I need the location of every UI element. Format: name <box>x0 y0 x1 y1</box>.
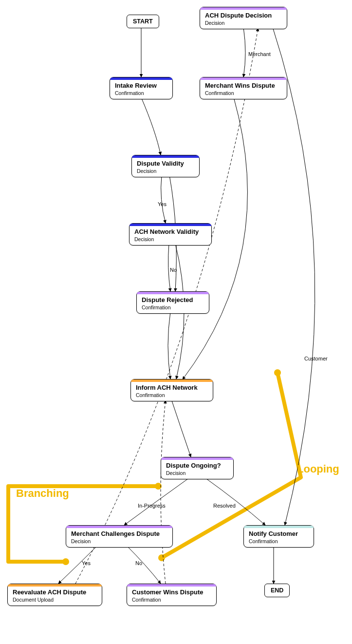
edge-label-inprog: In-Progress <box>138 503 166 509</box>
node-subtitle: Confirmation <box>115 90 167 96</box>
edge-merch-reeval <box>58 546 97 584</box>
node-notify: Notify Customer Confirmation <box>243 525 314 548</box>
node-subtitle: Document Upload <box>13 597 97 603</box>
edge-custwins-inform <box>161 400 166 584</box>
node-end: END <box>264 584 290 597</box>
edge-ongoing-merch <box>124 477 190 525</box>
annotation-looping: Looping <box>297 463 339 475</box>
node-title: Merchant Wins Dispute <box>205 82 282 89</box>
annotation-branching: Branching <box>16 487 69 500</box>
node-title: Merchant Challenges Dispute <box>71 530 167 537</box>
node-merch-wins: Merchant Wins Dispute Confirmation <box>200 77 287 99</box>
svg-point-3 <box>158 554 165 561</box>
node-start-label: START <box>133 18 153 25</box>
node-intake: Intake Review Confirmation <box>110 77 173 99</box>
edge-label-no2: No <box>135 560 142 566</box>
node-merch-challenges: Merchant Challenges Dispute Decision <box>66 525 173 548</box>
svg-point-1 <box>62 558 69 565</box>
node-validity: Dispute Validity Decision <box>131 155 200 177</box>
edge-validity-achvalidity <box>161 175 166 223</box>
edge-achdec-notify <box>273 27 315 525</box>
edge-label-customer: Customer <box>304 356 328 361</box>
edge-rejected-inform <box>168 312 170 379</box>
node-subtitle: Confirmation <box>132 597 211 603</box>
edge-label-yes1: Yes <box>158 201 167 207</box>
node-ach-decision: ACH Dispute Decision Decision <box>200 7 287 29</box>
node-title: Dispute Validity <box>137 160 194 167</box>
flowchart-canvas: START ACH Dispute Decision Decision Inta… <box>0 0 352 644</box>
edge-inform-ongoing <box>171 399 191 457</box>
svg-point-0 <box>155 483 162 490</box>
node-subtitle: Confirmation <box>142 304 204 310</box>
node-ach-validity: ACH Network Validity Decision <box>129 223 212 246</box>
node-title: Intake Review <box>115 82 167 89</box>
node-rejected: Dispute Rejected Confirmation <box>136 291 209 314</box>
node-start: START <box>127 15 159 28</box>
node-subtitle: Confirmation <box>205 90 282 96</box>
node-title: ACH Network Validity <box>134 228 206 235</box>
node-subtitle: Decision <box>137 168 194 174</box>
node-subtitle: Decision <box>134 236 206 242</box>
node-ongoing: Dispute Ongoing? Decision <box>161 457 234 479</box>
node-title: Inform ACH Network <box>136 384 208 391</box>
node-subtitle: Confirmation <box>136 392 208 398</box>
node-subtitle: Decision <box>71 538 167 544</box>
edge-label-merchant: Merchant <box>248 51 271 57</box>
node-title: Dispute Rejected <box>142 296 204 303</box>
node-inform: Inform ACH Network Confirmation <box>130 379 213 401</box>
edge-label-resolved: Resolved <box>213 503 236 509</box>
node-end-label: END <box>271 587 283 594</box>
svg-point-2 <box>274 369 281 376</box>
node-title: ACH Dispute Decision <box>205 12 282 19</box>
node-cust-wins: Customer Wins Dispute Confirmation <box>127 584 217 606</box>
edge-merch-custwins <box>127 546 161 584</box>
node-title: Reevaluate ACH Dispute <box>13 588 97 596</box>
edge-label-yes2: Yes <box>82 560 91 566</box>
node-reeval: Reevaluate ACH Dispute Document Upload <box>7 584 102 606</box>
edge-intake-validity <box>141 97 161 155</box>
node-title: Dispute Ongoing? <box>166 462 228 469</box>
edge-label-no1: No <box>170 267 177 273</box>
node-title: Notify Customer <box>249 530 309 537</box>
edge-achdec-merchwins <box>243 27 245 77</box>
node-subtitle: Decision <box>166 470 228 476</box>
node-subtitle: Decision <box>205 20 282 26</box>
node-subtitle: Confirmation <box>249 538 309 544</box>
edge-ongoing-notify <box>204 477 265 525</box>
node-title: Customer Wins Dispute <box>132 588 211 596</box>
